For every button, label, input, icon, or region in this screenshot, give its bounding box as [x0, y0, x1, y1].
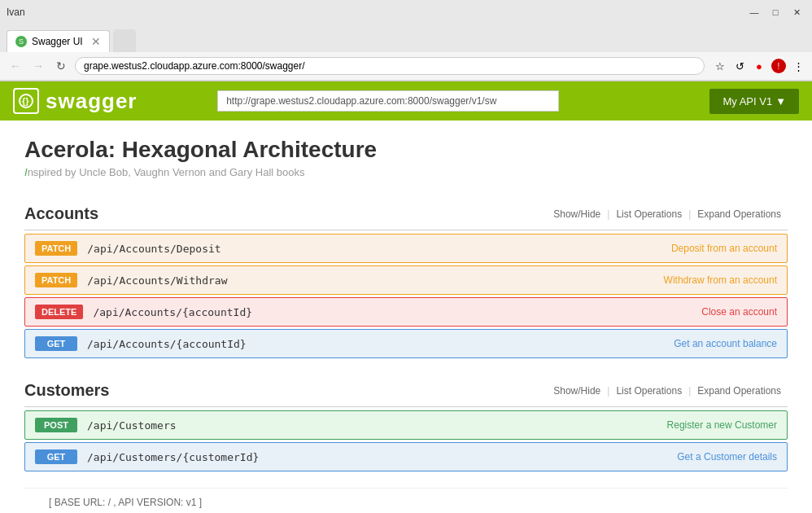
- browser-user: Ivan: [7, 7, 25, 18]
- svg-text:{}: {}: [22, 96, 29, 106]
- swagger-url-input[interactable]: [217, 90, 559, 112]
- swagger-title: swagger: [46, 89, 138, 114]
- api-path: /api/Accounts/{accountId}: [87, 338, 674, 350]
- section-customers: CustomersShow/Hide|List Operations|Expan…: [24, 375, 788, 471]
- maximize-button[interactable]: □: [766, 3, 784, 21]
- api-version-label: My API V1: [723, 95, 772, 107]
- swagger-header: {} swagger My API V1 ▼: [0, 81, 812, 121]
- close-button[interactable]: ✕: [788, 3, 805, 21]
- section-actions-accounts: Show/Hide|List Operations|Expand Operati…: [547, 208, 788, 220]
- method-badge-get: GET: [35, 336, 77, 351]
- api-row-accounts-2[interactable]: DELETE/api/Accounts/{accountId}Close an …: [24, 297, 788, 327]
- menu-icon[interactable]: ⋮: [791, 59, 805, 73]
- api-path: /api/Customers/{customerId}: [87, 451, 677, 463]
- api-row-customers-0[interactable]: POST/api/CustomersRegister a new Custome…: [24, 410, 788, 440]
- extension-icon-1[interactable]: ●: [752, 59, 766, 73]
- api-path: /api/Customers: [87, 419, 667, 432]
- expand-ops-link-accounts[interactable]: Expand Operations: [691, 208, 788, 220]
- method-badge-delete: DELETE: [35, 305, 83, 319]
- api-path: /api/Accounts/{accountId}: [93, 306, 701, 318]
- api-path: /api/Accounts/Withdraw: [87, 274, 663, 287]
- page-subtitle: Inspired by Uncle Bob, Vaughn Vernon and…: [24, 166, 788, 178]
- new-tab-button[interactable]: [113, 29, 136, 52]
- tab-close-button[interactable]: ✕: [91, 35, 101, 48]
- sections-container: AccountsShow/Hide|List Operations|Expand…: [24, 198, 788, 471]
- swagger-body: Acerola: Hexagonal Architecture Inspired…: [0, 121, 812, 513]
- address-bar[interactable]: [75, 57, 705, 75]
- api-description: Get a Customer details: [677, 451, 777, 463]
- extension-icon-2[interactable]: !: [771, 59, 786, 73]
- section-accounts: AccountsShow/Hide|List Operations|Expand…: [24, 198, 788, 358]
- browser-tab[interactable]: S Swagger UI ✕: [7, 30, 110, 52]
- api-description: Close an account: [701, 306, 777, 318]
- back-button[interactable]: ←: [7, 57, 24, 75]
- refresh-button[interactable]: ↻: [52, 57, 70, 75]
- footer-text: [ BASE URL: / , API VERSION: v1 ]: [49, 497, 202, 508]
- show-hide-link-accounts[interactable]: Show/Hide: [547, 208, 607, 220]
- api-description: Register a new Customer: [667, 419, 777, 431]
- bookmark-icon[interactable]: ☆: [713, 59, 727, 73]
- section-actions-customers: Show/Hide|List Operations|Expand Operati…: [547, 385, 788, 397]
- tab-favicon: S: [15, 36, 27, 47]
- api-row-accounts-0[interactable]: PATCH/api/Accounts/DepositDeposit from a…: [24, 234, 788, 263]
- api-description: Withdraw from an account: [664, 274, 777, 286]
- method-badge-patch: PATCH: [35, 241, 77, 256]
- api-row-accounts-3[interactable]: GET/api/Accounts/{accountId}Get an accou…: [24, 329, 788, 358]
- page-title: Acerola: Hexagonal Architecture: [24, 137, 788, 163]
- swagger-logo: {} swagger: [13, 88, 138, 114]
- method-badge-post: POST: [35, 418, 77, 432]
- section-title-customers: Customers: [24, 381, 547, 400]
- method-badge-get: GET: [35, 449, 77, 464]
- api-version-select[interactable]: My API V1 ▼: [709, 89, 799, 114]
- section-header-accounts: AccountsShow/Hide|List Operations|Expand…: [24, 198, 788, 230]
- api-description: Deposit from an account: [671, 243, 777, 254]
- tab-title: Swagger UI: [32, 36, 83, 47]
- api-row-customers-1[interactable]: GET/api/Customers/{customerId}Get a Cust…: [24, 442, 788, 471]
- section-title-accounts: Accounts: [24, 204, 547, 223]
- expand-ops-link-customers[interactable]: Expand Operations: [691, 385, 788, 397]
- list-ops-link-customers[interactable]: List Operations: [609, 385, 688, 397]
- show-hide-link-customers[interactable]: Show/Hide: [547, 385, 607, 397]
- section-header-customers: CustomersShow/Hide|List Operations|Expan…: [24, 375, 788, 407]
- api-version-arrow: ▼: [775, 95, 786, 107]
- api-description: Get an account balance: [674, 338, 777, 349]
- swagger-icon: {}: [13, 88, 39, 114]
- history-icon[interactable]: ↺: [732, 59, 747, 73]
- api-row-accounts-1[interactable]: PATCH/api/Accounts/WithdrawWithdraw from…: [24, 265, 788, 295]
- method-badge-patch: PATCH: [35, 273, 77, 287]
- list-ops-link-accounts[interactable]: List Operations: [609, 208, 688, 220]
- forward-button[interactable]: →: [29, 57, 47, 75]
- api-path: /api/Accounts/Deposit: [87, 243, 671, 255]
- swagger-footer: [ BASE URL: / , API VERSION: v1 ]: [24, 488, 788, 513]
- minimize-button[interactable]: —: [745, 3, 763, 21]
